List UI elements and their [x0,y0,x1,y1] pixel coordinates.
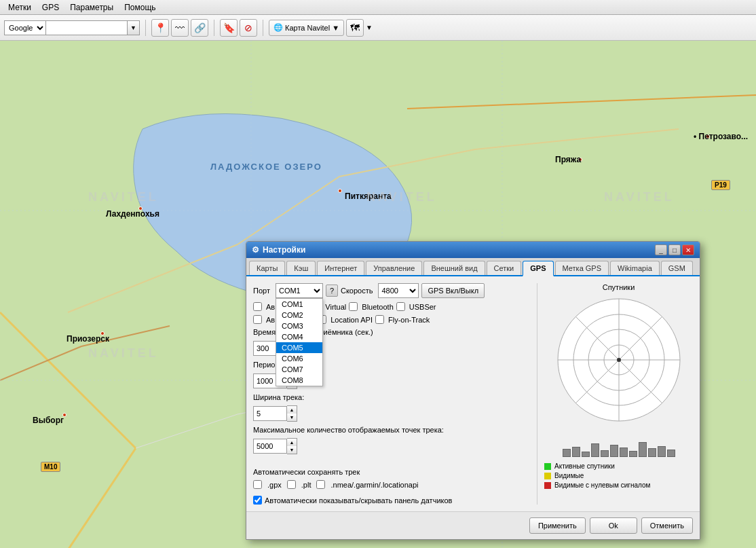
path-btn[interactable]: 🔗 [191,19,208,37]
tab-upravlenie[interactable]: Управление [366,261,422,275]
speed-select[interactable]: 4800 [378,283,419,298]
tab-metka-gps[interactable]: Метка GPS [555,261,609,275]
max-points-spinbox: ▲ ▼ [253,438,297,454]
usbser-checkbox[interactable] [396,302,405,311]
auto-label2: Ав [266,316,275,324]
tab-vneshvid[interactable]: Внешний вид [423,261,485,275]
plt-checkbox[interactable] [287,480,296,489]
period-label: Перио [253,361,275,369]
track-width-spinbox: ▲ ▼ [253,405,297,422]
pin-tool-btn[interactable]: 📍 [151,19,169,37]
settings-icon: ⚙ [252,245,259,255]
track-width-label: Ширина трека: [253,393,304,401]
port-select-container: COM1 COM1 COM2 COM3 COM4 COM5 COM6 COM7 [276,283,323,298]
toolbar-group-tools: 📍 〰 🔗 [151,19,208,37]
port-option-com8[interactable]: COM8 [276,375,322,386]
menu-metki[interactable]: Метки [3,1,37,14]
menu-parametry[interactable]: Параметры [64,1,119,14]
gps-toggle-btn[interactable]: GPS Вкл/Выкл [421,283,485,298]
maximize-btn[interactable]: □ [668,244,681,255]
apply-btn[interactable]: Применить [529,517,586,534]
visible-label: Видимые [554,472,584,479]
max-points-input[interactable] [253,439,287,454]
zero-signal-label: Видимые с нулевым сигналом [554,481,650,489]
zero-signal-color [544,482,551,489]
port-option-com7[interactable]: COM7 [276,364,322,375]
search-dropdown[interactable]: Google [4,20,46,35]
max-points-down-arrow[interactable]: ▼ [287,446,297,454]
port-option-com6[interactable]: COM6 [276,353,322,364]
bluetooth-label: Bluetooth [362,303,393,311]
map-area[interactable]: ЛАДОЖСКОЕ ОЗЕРО Лахденпохья Питкяранта П… [0,41,756,548]
layer-arrow: ▼ [332,24,339,32]
track-width-input[interactable] [253,406,287,421]
dialog-right: Спутники [537,283,693,505]
save-track-title: Автоматически сохранять трек [253,468,530,476]
dialog-title: ⚙ Настройки [252,245,305,255]
port-select[interactable]: COM1 [276,283,323,298]
search-dropdown-arrow[interactable]: ▼ [128,20,140,35]
tab-kesh[interactable]: Кэш [286,261,316,275]
max-points-up-arrow[interactable]: ▲ [287,439,297,446]
port-option-com2[interactable]: COM2 [276,310,322,321]
auto-show-checkbox[interactable] [253,496,262,505]
no-entry-btn[interactable]: ⊘ [240,19,257,37]
search-box: Google ▼ [4,20,140,35]
toolbar-group-layers: 🌐 Карта Navitel ▼ 🗺 ▼ [269,19,373,37]
active-label: Активные спутники [554,462,615,470]
track-width-up-arrow[interactable]: ▲ [287,406,297,414]
port-label: Порт [253,287,270,295]
plt-label: .plt [301,481,311,489]
max-points-row: Максимальное количество отображаемых точ… [253,426,530,434]
tab-wikimapia[interactable]: Wikimapia [610,261,660,275]
auto-show-label: Автоматически показывать/скрывать панель… [265,496,452,505]
route-btn[interactable]: 〰 [171,19,189,37]
tab-gps[interactable]: GPS [523,261,553,276]
tabs-bar: Карты Кэш Интернет Управление Внешний ви… [246,258,700,276]
port-option-com4[interactable]: COM4 [276,331,322,342]
extra-layer-btn[interactable]: 🗺 [346,19,364,37]
port-option-com3[interactable]: COM3 [276,321,322,331]
signal-bars [544,430,693,457]
separator-1 [145,20,146,36]
auto-label1: Ав [266,303,275,311]
port-option-com1[interactable]: COM1 [276,299,322,310]
dialog-overlay: ⚙ Настройки _ □ ✕ Карты Кэш Интернет Упр… [0,41,756,548]
tab-setki[interactable]: Сетки [487,261,522,275]
tab-gsm[interactable]: GSM [661,261,693,275]
gpx-checkbox[interactable] [253,480,262,489]
menu-pomoshch[interactable]: Помощь [119,1,161,14]
fly-on-track-label: Fly-on-Track [388,316,430,324]
max-points-label: Максимальное количество отображаемых точ… [253,426,444,434]
port-dropdown-open[interactable]: COM1 COM2 COM3 COM4 COM5 COM6 COM7 COM8 [276,298,323,386]
ok-btn[interactable]: Ok [590,517,637,534]
gpx-label: .gpx [267,481,282,489]
dialog-left: Порт COM1 COM1 COM2 COM3 COM4 [253,283,530,505]
dialog-footer: Применить Ok Отменить [246,511,700,539]
usbser-label: USBSer [409,303,436,311]
tab-karty[interactable]: Карты [249,261,285,275]
search-input[interactable] [46,20,128,35]
port-option-com5[interactable]: COM5 [276,342,322,353]
minimize-btn[interactable]: _ [655,244,667,255]
auto-checkbox2[interactable] [253,315,262,324]
bookmark-btn[interactable]: 🔖 [220,19,238,37]
bluetooth-checkbox[interactable] [349,302,358,311]
dialog-titlebar: ⚙ Настройки _ □ ✕ [246,242,700,258]
extra-arrow[interactable]: ▼ [366,24,373,31]
cancel-btn[interactable]: Отменить [641,517,693,534]
auto-show-row: Автоматически показывать/скрывать панель… [253,496,530,505]
track-width-arrows: ▲ ▼ [287,405,297,422]
separator-2 [214,20,214,36]
nmea-checkbox[interactable] [316,480,325,489]
track-width-down-arrow[interactable]: ▼ [287,414,297,421]
fly-on-track-checkbox[interactable] [375,315,384,324]
auto-checkbox1[interactable] [253,302,262,311]
layer-selector[interactable]: 🌐 Карта Navitel ▼ [269,20,344,36]
close-btn[interactable]: ✕ [682,244,694,255]
question-btn[interactable]: ? [326,285,338,297]
tab-internet[interactable]: Интернет [317,261,364,275]
nmea-label: .nmea/.garmin/.locationapi [330,481,418,489]
menu-gps[interactable]: GPS [37,1,64,14]
track-width-row: Ширина трека: [253,393,530,401]
